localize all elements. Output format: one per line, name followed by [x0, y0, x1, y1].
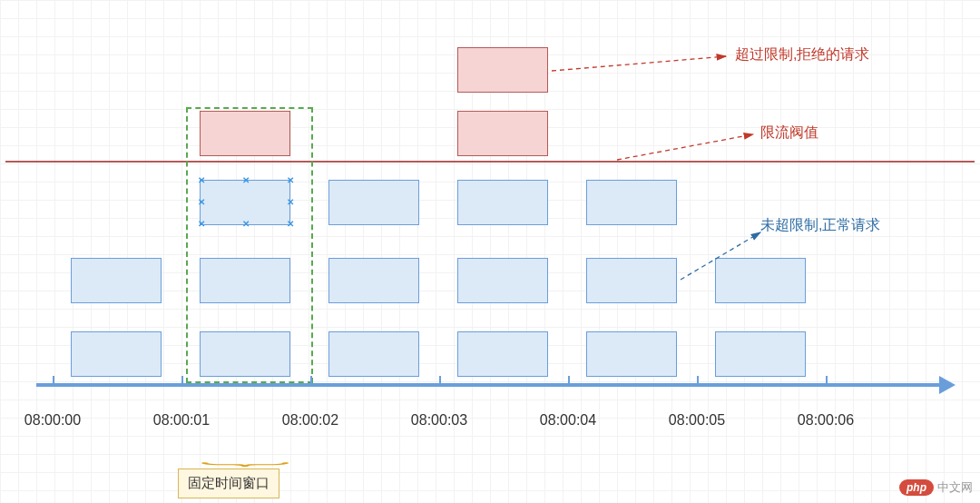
- axis-label: 08:00:04: [540, 412, 596, 429]
- axis-label: 08:00:00: [24, 412, 81, 429]
- request-box-normal: [71, 258, 162, 303]
- axis-label: 08:00:06: [798, 412, 854, 429]
- axis-label: 08:00:05: [669, 412, 725, 429]
- fixed-window-label: 固定时间窗口: [178, 468, 279, 498]
- request-box-normal: [328, 180, 419, 225]
- axis-tick: [439, 376, 441, 387]
- request-box-normal: [457, 258, 548, 303]
- axis-tick: [568, 376, 570, 387]
- annotation-rejected: 超过限制,拒绝的请求: [735, 45, 869, 64]
- x-axis: [36, 383, 944, 387]
- x-axis-arrow-icon: [939, 376, 956, 394]
- request-box-rejected: [457, 111, 548, 156]
- axis-label: 08:00:02: [282, 412, 338, 429]
- request-box-normal: [715, 331, 806, 377]
- request-box-normal: [328, 331, 419, 377]
- axis-label: 08:00:03: [411, 412, 467, 429]
- axis-label: 08:00:01: [153, 412, 210, 429]
- annotation-threshold: 限流阀值: [760, 123, 818, 143]
- watermark-text: 中文网: [937, 479, 973, 496]
- request-box-normal: [586, 331, 677, 377]
- watermark-badge: php: [899, 479, 934, 496]
- threshold-line: [5, 161, 975, 163]
- brace-icon: ⏟: [201, 442, 289, 467]
- request-box-rejected: [200, 111, 290, 156]
- request-box-normal-selected[interactable]: ✕ ✕ ✕ ✕ ✕ ✕ ✕ ✕: [200, 180, 290, 225]
- axis-tick: [697, 376, 699, 387]
- axis-tick: [53, 376, 54, 387]
- axis-tick: [310, 376, 312, 387]
- request-box-normal: [586, 180, 677, 225]
- request-box-normal: [715, 258, 806, 303]
- request-box-normal: [457, 331, 548, 377]
- annotation-normal: 未超限制,正常请求: [760, 216, 880, 235]
- axis-tick: [181, 376, 183, 387]
- request-box-normal: [200, 331, 290, 377]
- request-box-normal: [71, 331, 162, 377]
- request-box-normal: [457, 180, 548, 225]
- request-box-normal: [586, 258, 677, 303]
- watermark: php 中文网: [899, 479, 973, 496]
- request-box-rejected: [457, 47, 548, 93]
- axis-tick: [826, 376, 828, 387]
- request-box-normal: [328, 258, 419, 303]
- request-box-normal: [200, 258, 290, 303]
